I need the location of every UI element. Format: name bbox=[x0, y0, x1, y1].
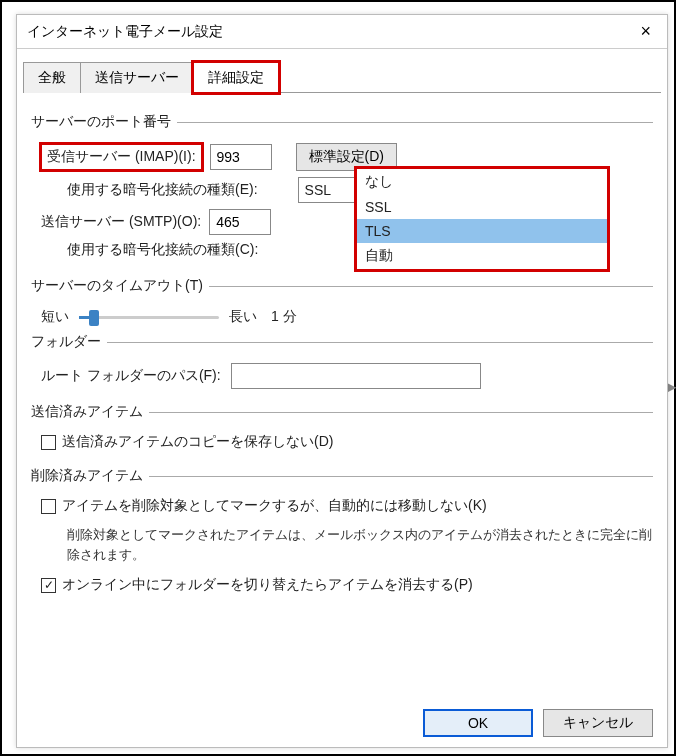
imap-label: 受信サーバー (IMAP)(I): bbox=[41, 144, 202, 170]
group-ports: サーバーのポート番号 bbox=[31, 113, 653, 137]
enc-dropdown-list[interactable]: なし SSL TLS 自動 bbox=[356, 168, 608, 270]
ok-button[interactable]: OK bbox=[423, 709, 533, 737]
enc-outgoing-label: 使用する暗号化接続の種類(C): bbox=[67, 241, 258, 259]
tab-advanced[interactable]: 詳細設定 bbox=[193, 62, 279, 93]
timeout-long-label: 長い bbox=[229, 308, 257, 326]
cancel-button[interactable]: キャンセル bbox=[543, 709, 653, 737]
default-settings-button[interactable]: 標準設定(D) bbox=[296, 143, 397, 171]
timeout-slider[interactable] bbox=[79, 307, 219, 327]
root-folder-input[interactable] bbox=[231, 363, 481, 389]
enc-option-ssl[interactable]: SSL bbox=[357, 195, 607, 219]
root-folder-label: ルート フォルダーのパス(F): bbox=[41, 367, 221, 385]
enc-option-none[interactable]: なし bbox=[357, 169, 607, 195]
smtp-port-input[interactable] bbox=[209, 209, 271, 235]
mark-delete-label: アイテムを削除対象としてマークするが、自動的には移動しない(K) bbox=[62, 497, 487, 515]
group-sent: 送信済みアイテム bbox=[31, 403, 653, 427]
tab-general[interactable]: 全般 bbox=[23, 62, 81, 93]
group-folder: フォルダー bbox=[31, 333, 653, 357]
imap-port-input[interactable] bbox=[210, 144, 272, 170]
enc-option-tls[interactable]: TLS bbox=[357, 219, 607, 243]
group-timeout: サーバーのタイムアウト(T) bbox=[31, 277, 653, 301]
enc-option-auto[interactable]: 自動 bbox=[357, 243, 607, 269]
dialog-title: インターネット電子メール設定 bbox=[27, 23, 223, 41]
mark-delete-note: 削除対象としてマークされたアイテムは、メールボックス内のアイテムが消去されたとき… bbox=[67, 525, 653, 564]
enc-incoming-value: SSL bbox=[305, 182, 331, 198]
smtp-label: 送信サーバー (SMTP)(O): bbox=[41, 213, 201, 231]
tabs: 全般 送信サーバー 詳細設定 bbox=[23, 61, 661, 93]
timeout-value: 1 分 bbox=[271, 308, 297, 326]
purge-on-switch-checkbox[interactable]: ✓オンライン中にフォルダーを切り替えたらアイテムを消去する(P) bbox=[41, 576, 473, 594]
dont-save-sent-label: 送信済みアイテムのコピーを保存しない(D) bbox=[62, 433, 333, 451]
tab-outgoing[interactable]: 送信サーバー bbox=[80, 62, 194, 93]
group-deleted: 削除済みアイテム bbox=[31, 467, 653, 491]
close-icon[interactable]: × bbox=[634, 21, 657, 42]
dont-save-sent-checkbox[interactable]: 送信済みアイテムのコピーを保存しない(D) bbox=[41, 433, 333, 451]
purge-on-switch-label: オンライン中にフォルダーを切り替えたらアイテムを消去する(P) bbox=[62, 576, 473, 594]
enc-incoming-label: 使用する暗号化接続の種類(E): bbox=[67, 181, 258, 199]
timeout-short-label: 短い bbox=[41, 308, 69, 326]
mark-delete-checkbox[interactable]: アイテムを削除対象としてマークするが、自動的には移動しない(K) bbox=[41, 497, 487, 515]
